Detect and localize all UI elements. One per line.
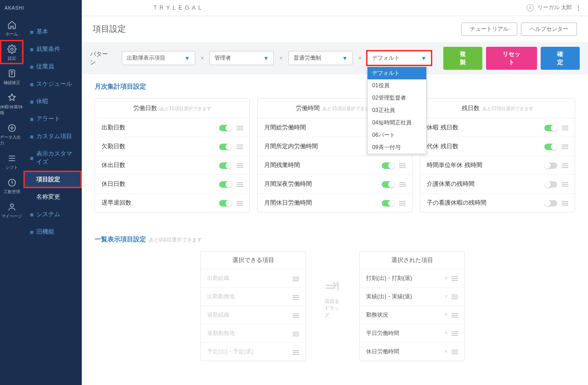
card-row: 時間単位年休 残時間: [420, 156, 575, 175]
user-block[interactable]: リーガル 太郎 ⋮: [526, 4, 581, 11]
sidebar-item[interactable]: ◼表示カスタマイズ: [23, 145, 82, 171]
rail-settings[interactable]: 設定: [0, 40, 23, 64]
toggle[interactable]: [382, 181, 395, 188]
sidebar-item[interactable]: ◼スケジュール: [23, 75, 82, 93]
drag-handle-icon[interactable]: [293, 331, 299, 335]
drag-handle-icon[interactable]: [562, 162, 568, 167]
drag-handle-icon[interactable]: [452, 312, 458, 317]
toggle[interactable]: [219, 144, 232, 150]
toggle[interactable]: [382, 200, 395, 206]
toggle[interactable]: [544, 162, 557, 169]
toggle[interactable]: [544, 125, 557, 131]
sidebar-item[interactable]: ◼システム: [23, 206, 82, 223]
chevron-down-icon: ▼: [263, 55, 269, 61]
tutorial-button[interactable]: チュートリアル: [461, 22, 517, 36]
sidebar-item[interactable]: ◼アラート: [23, 110, 82, 128]
drag-handle-icon[interactable]: [293, 349, 299, 354]
svg-point-1: [11, 48, 13, 50]
drag-handle-icon[interactable]: [293, 294, 299, 299]
dropdown-option[interactable]: デフォルト: [368, 67, 426, 79]
remove-icon[interactable]: ×: [445, 293, 448, 300]
rail-mypage[interactable]: マイページ: [0, 198, 23, 222]
available-card: 選択できる項目 出勤組織出勤勤務地退勤組織退勤勤務地予定(出)・予定(退): [200, 251, 306, 361]
remove-icon[interactable]: ×: [445, 330, 448, 336]
drag-handle-icon[interactable]: [293, 312, 299, 317]
available-row[interactable]: 出勤組織: [201, 269, 305, 288]
select-worktype[interactable]: 普通労働制▼: [288, 51, 353, 65]
clear-worktype[interactable]: ×: [356, 55, 364, 61]
drag-handle-icon[interactable]: [399, 200, 406, 205]
drag-handle-icon[interactable]: [237, 125, 243, 129]
toggle[interactable]: [219, 200, 232, 206]
available-row[interactable]: 退勤勤務地: [201, 324, 305, 343]
selected-row[interactable]: 打刻(出)・打刻(退)×: [360, 269, 464, 288]
rail-home[interactable]: ホーム: [0, 16, 23, 40]
rail-shift[interactable]: シフト: [0, 149, 23, 173]
available-row[interactable]: 退勤組織: [201, 306, 305, 324]
dropdown-option[interactable]: 03正社員: [368, 104, 426, 117]
selected-row[interactable]: 平日労働時間×: [360, 324, 464, 343]
selected-row[interactable]: 休日労働時間×: [360, 343, 464, 361]
selected-row[interactable]: 勤務状況×: [360, 306, 464, 324]
drag-handle-icon[interactable]: [293, 276, 299, 280]
clear-pattern[interactable]: ×: [199, 55, 206, 61]
rail-io[interactable]: データ入出力: [0, 119, 23, 149]
drag-handle-icon[interactable]: [237, 162, 243, 167]
toggle[interactable]: [544, 200, 557, 206]
sidebar-sub-item[interactable]: 名称変更: [23, 188, 82, 206]
drag-handle-icon[interactable]: [237, 181, 243, 186]
remove-icon[interactable]: ×: [445, 275, 448, 281]
available-row[interactable]: 出勤勤務地: [201, 288, 305, 306]
drag-handle-icon[interactable]: [237, 144, 243, 148]
sidebar-item[interactable]: ◼基本: [23, 23, 82, 40]
sidebar-item[interactable]: ◼就業条件: [23, 40, 82, 58]
sidebar-item[interactable]: ◼休暇: [23, 93, 82, 110]
clear-role[interactable]: ×: [277, 55, 285, 61]
sidebar-item[interactable]: ◼旧機能: [23, 223, 82, 240]
drag-handle-icon[interactable]: [562, 125, 568, 129]
toggle[interactable]: [219, 162, 232, 169]
rail-work[interactable]: 工数管理: [0, 173, 23, 198]
drag-handle-icon[interactable]: [562, 144, 568, 148]
toggle[interactable]: [219, 181, 232, 188]
drag-handle-icon[interactable]: [399, 181, 406, 186]
dropdown-option[interactable]: 04短時間正社員: [368, 117, 426, 129]
sidebar-item[interactable]: ◼カスタム項目: [23, 128, 82, 145]
toggle[interactable]: [382, 162, 395, 169]
remove-icon[interactable]: ×: [445, 312, 448, 318]
select-pattern[interactable]: 出勤簿表示項目▼: [122, 51, 195, 65]
io-icon: [7, 123, 17, 133]
available-row[interactable]: 予定(出)・予定(退): [201, 343, 305, 361]
remove-icon[interactable]: ×: [445, 348, 448, 355]
confirm-button[interactable]: 確定: [541, 47, 580, 70]
drag-handle-icon[interactable]: [452, 349, 458, 353]
help-button[interactable]: ヘルプセンター: [521, 22, 577, 36]
select-default[interactable]: デフォルト▼: [367, 51, 431, 65]
selected-row[interactable]: 実績(出)・実績(退)×: [360, 288, 464, 306]
drag-handle-icon[interactable]: [452, 330, 458, 335]
dropdown-option[interactable]: 06パート: [368, 129, 426, 141]
kebab-icon[interactable]: ⋮: [576, 5, 581, 11]
toggle[interactable]: [544, 144, 557, 150]
drag-handle-icon[interactable]: [399, 162, 406, 167]
plus-icon: ◼: [30, 156, 34, 161]
copy-button[interactable]: 複製: [443, 47, 482, 70]
svg-point-5: [10, 204, 13, 207]
rail-approve[interactable]: 確認修正: [0, 64, 23, 89]
dropdown-option[interactable]: 01役員: [368, 79, 426, 92]
drag-handle-icon[interactable]: [452, 275, 458, 280]
sidebar-item[interactable]: ◼従業員: [23, 58, 82, 75]
reset-button[interactable]: リセット: [486, 47, 537, 70]
dropdown-option[interactable]: 09斉一付与: [368, 141, 426, 154]
drag-handle-icon[interactable]: [562, 181, 568, 186]
drag-handle-icon[interactable]: [452, 294, 458, 298]
sidebar-sub-item[interactable]: 項目設定: [23, 171, 82, 188]
rail-leave[interactable]: 休暇/休業/休職: [0, 89, 23, 119]
drag-handle-icon[interactable]: [562, 200, 568, 205]
select-role[interactable]: 管理者▼: [209, 51, 274, 65]
dropdown-option[interactable]: 02管理監督者: [368, 92, 426, 104]
toggle[interactable]: [219, 125, 232, 131]
selected-card: 選択された項目 打刻(出)・打刻(退)×実績(出)・実績(退)×勤務状況×平日労…: [359, 251, 465, 361]
toggle[interactable]: [544, 181, 557, 188]
drag-handle-icon[interactable]: [237, 200, 243, 205]
